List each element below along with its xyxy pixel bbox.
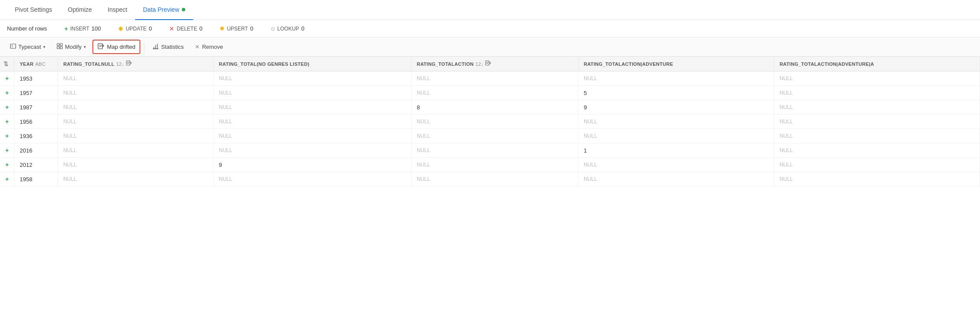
cell-rating_totalaction_adventure: NULL	[578, 172, 774, 186]
cell-rating_totalaction: 8	[411, 100, 578, 115]
cell-year: 1956	[14, 115, 58, 129]
cell-year: 1936	[14, 129, 58, 143]
cell-rating_totalnull: NULL	[58, 115, 214, 129]
row-add-button[interactable]: +	[5, 75, 9, 82]
typecast-chevron-icon: ▾	[43, 44, 45, 49]
insert-value: 100	[92, 25, 101, 32]
rating-totalnull-label: RATING_TOTALNULL	[63, 61, 114, 67]
upsert-key: UPSERT	[227, 26, 248, 32]
cell-rating_totalaction_adventure_a: NULL	[774, 86, 980, 100]
delete-key: DELETE	[177, 26, 197, 32]
tab-data-preview[interactable]: Data Preview	[135, 0, 193, 20]
svg-text:T: T	[11, 45, 14, 48]
row-add-button[interactable]: +	[5, 104, 9, 111]
cell-rating_total_no_genres: NULL	[214, 71, 412, 86]
delete-icon: ✕	[169, 25, 174, 32]
rows-label: Number of rows	[7, 25, 47, 32]
rating-totalnull-map-icon[interactable]	[126, 60, 132, 68]
tabs-bar: Pivot Settings Optimize Inspect Data Pre…	[0, 0, 980, 20]
cell-rating_totalnull: NULL	[58, 143, 214, 158]
upsert-value: 0	[250, 25, 253, 32]
cell-rating_total_no_genres: NULL	[214, 100, 412, 115]
cell-rating_total_no_genres: NULL	[214, 129, 412, 143]
table-row: +1936NULLNULLNULLNULLNULL	[0, 129, 980, 143]
remove-icon: ✕	[195, 44, 200, 50]
cell-rating_totalnull: NULL	[58, 158, 214, 172]
table-row: +1987NULLNULL89NULL	[0, 100, 980, 115]
cell-rating_totalaction: NULL	[411, 172, 578, 186]
lookup-icon: ⊙	[271, 26, 275, 32]
cell-rating_totalaction: NULL	[411, 86, 578, 100]
stats-bar: Number of rows + INSERT 100 ✱ UPDATE 0 ✕…	[0, 20, 980, 37]
insert-icon: +	[65, 25, 68, 32]
cell-rating_totalaction_adventure_a: NULL	[774, 129, 980, 143]
table-row: +2012NULL9NULLNULLNULL	[0, 158, 980, 172]
row-add-button[interactable]: +	[5, 176, 9, 183]
modify-icon	[57, 43, 63, 51]
rating-totalaction-label: RATING_TOTALACTION	[417, 61, 474, 67]
cell-rating_totalaction_adventure: 1	[578, 143, 774, 158]
svg-rect-4	[57, 47, 59, 49]
delete-value: 0	[199, 25, 202, 32]
th-year[interactable]: YEAR abc	[14, 57, 58, 71]
cell-rating_totalaction_adventure_a: NULL	[774, 100, 980, 115]
tab-pivot-settings[interactable]: Pivot Settings	[7, 0, 60, 20]
remove-button[interactable]: ✕ Remove	[190, 41, 228, 53]
cell-rating_totalaction: NULL	[411, 71, 578, 86]
svg-rect-5	[60, 47, 62, 49]
rating-totalaction-map-icon[interactable]	[485, 60, 491, 68]
th-rating-totalaction-adventure[interactable]: RATING_TOTALACTION|ADVENTURE	[578, 57, 774, 71]
table-row: +1953NULLNULLNULLNULLNULL	[0, 71, 980, 86]
modify-button[interactable]: Modify ▾	[52, 41, 91, 53]
svg-rect-7	[126, 61, 130, 65]
update-icon: ✱	[118, 25, 123, 32]
cell-rating_totalaction_adventure_a: NULL	[774, 115, 980, 129]
rating-totalaction-adventure-a-label: RATING_TOTALACTION|ADVENTURE|A	[779, 61, 874, 67]
rating-totalaction-type: 12↓	[476, 61, 484, 67]
cell-rating_totalaction_adventure: 9	[578, 100, 774, 115]
tab-inspect[interactable]: Inspect	[100, 0, 135, 20]
lookup-key: LOOKUP	[277, 26, 299, 32]
row-add-button[interactable]: +	[5, 89, 9, 96]
table-row: +1956NULLNULLNULLNULLNULL	[0, 115, 980, 129]
lookup-value: 0	[301, 25, 304, 32]
cell-rating_totalnull: NULL	[58, 71, 214, 86]
row-add-button[interactable]: +	[5, 161, 9, 168]
cell-rating_totalaction_adventure_a: NULL	[774, 71, 980, 86]
cell-rating_total_no_genres: NULL	[214, 86, 412, 100]
cell-rating_totalnull: NULL	[58, 86, 214, 100]
cell-rating_total_no_genres: 9	[214, 158, 412, 172]
upsert-icon: ✱	[220, 25, 225, 32]
th-rating-totalaction[interactable]: RATING_TOTALACTION 12↓	[411, 57, 578, 71]
row-add-button[interactable]: +	[5, 147, 9, 154]
sort-arrows-icon: ⇅	[3, 61, 8, 67]
th-rating-total-no-genres[interactable]: RATING_TOTAL(NO GENRES LISTED)	[214, 57, 412, 71]
insert-key: INSERT	[70, 26, 89, 32]
rating-total-no-genres-label: RATING_TOTAL(NO GENRES LISTED)	[219, 61, 310, 67]
cell-rating_totalaction_adventure_a: NULL	[774, 158, 980, 172]
rating-totalaction-adventure-label: RATING_TOTALACTION|ADVENTURE	[584, 61, 673, 67]
table-header-row: ⇅ YEAR abc RATING_TOTALNULL 12↓	[0, 57, 980, 71]
statistics-icon	[153, 43, 159, 51]
svg-rect-2	[57, 44, 59, 46]
th-rating-totalnull[interactable]: RATING_TOTALNULL 12↓	[58, 57, 214, 71]
cell-rating_total_no_genres: NULL	[214, 115, 412, 129]
typecast-button[interactable]: T Typecast ▾	[5, 41, 50, 53]
cell-rating_totalaction_adventure_a: NULL	[774, 143, 980, 158]
statistics-button[interactable]: Statistics	[148, 41, 188, 53]
row-add-button[interactable]: +	[5, 132, 9, 139]
cell-year: 1957	[14, 86, 58, 100]
cell-rating_totalaction_adventure: NULL	[578, 129, 774, 143]
stat-upsert: ✱ UPSERT 0	[220, 25, 253, 32]
tab-optimize[interactable]: Optimize	[60, 0, 100, 20]
map-drifted-button[interactable]: Map drifted	[92, 40, 140, 54]
table-row: +2016NULLNULLNULL1NULL	[0, 143, 980, 158]
data-table: ⇅ YEAR abc RATING_TOTALNULL 12↓	[0, 57, 980, 186]
row-add-button[interactable]: +	[5, 118, 9, 125]
stat-delete: ✕ DELETE 0	[169, 25, 202, 32]
cell-rating_totalaction: NULL	[411, 143, 578, 158]
cell-rating_totalaction: NULL	[411, 115, 578, 129]
cell-rating_totalaction_adventure: NULL	[578, 115, 774, 129]
toolbar: T Typecast ▾ Modify ▾ Map drifted	[0, 37, 980, 57]
th-rating-totalaction-adventure-a[interactable]: RATING_TOTALACTION|ADVENTURE|A	[774, 57, 980, 71]
